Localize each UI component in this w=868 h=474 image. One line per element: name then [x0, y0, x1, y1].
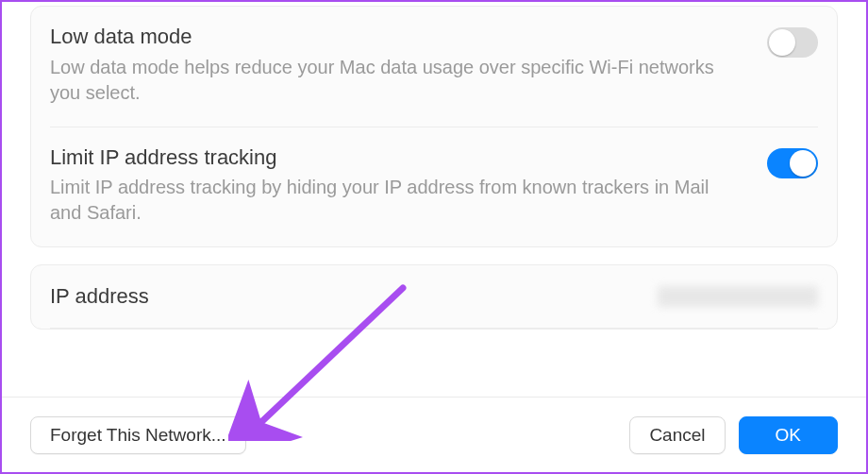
setting-description: Limit IP address tracking by hiding your… — [50, 175, 739, 226]
dialog-footer: Forget This Network... Cancel OK — [2, 397, 866, 472]
setting-low-data-mode: Low data mode Low data mode helps reduce… — [50, 7, 818, 127]
setting-title: Low data mode — [50, 24, 739, 51]
settings-group-ip: IP address — [30, 264, 838, 330]
setting-text: Limit IP address tracking Limit IP addre… — [50, 144, 767, 227]
setting-text: Low data mode Low data mode helps reduce… — [50, 24, 767, 106]
settings-scroll-area: Low data mode Low data mode helps reduce… — [2, 2, 866, 397]
toggle-limit-ip-tracking[interactable] — [767, 148, 818, 178]
ip-address-label: IP address — [50, 284, 658, 309]
ok-button[interactable]: OK — [739, 416, 838, 454]
setting-description: Low data mode helps reduce your Mac data… — [50, 55, 739, 106]
setting-limit-ip-tracking: Limit IP address tracking Limit IP addre… — [50, 127, 818, 247]
toggle-knob — [790, 150, 816, 177]
cancel-button[interactable]: Cancel — [629, 416, 725, 454]
ip-address-row: IP address — [50, 265, 818, 329]
forget-network-button[interactable]: Forget This Network... — [30, 416, 246, 454]
ip-address-value-blurred — [658, 286, 818, 307]
settings-group-1: Low data mode Low data mode helps reduce… — [30, 6, 838, 247]
toggle-low-data-mode[interactable] — [767, 27, 818, 58]
setting-title: Limit IP address tracking — [50, 144, 739, 172]
toggle-knob — [769, 29, 795, 56]
